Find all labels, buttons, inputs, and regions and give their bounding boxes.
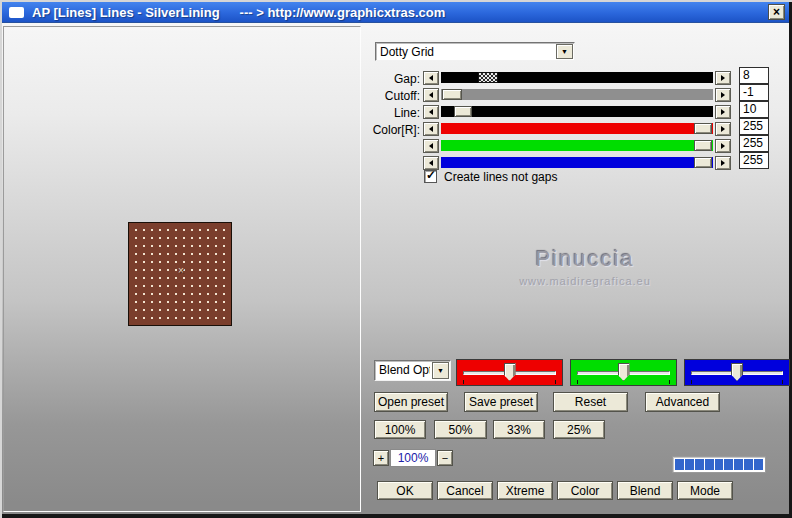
chevron-down-icon: ▼ [437,367,444,374]
slider-row-cutoff: Cutoff: -1 [0,88,792,103]
progress-segment [754,459,763,470]
slider-decrement-button[interactable] [423,122,439,136]
blend-options-dropdown[interactable]: Blend Opti ▼ [374,360,451,381]
slider-increment-button[interactable] [715,88,731,102]
right-arrow-icon [721,75,728,81]
blend-options-button[interactable]: ▼ [432,362,449,379]
slider-label: Line: [348,106,420,120]
slider-label: Cutoff: [348,89,420,103]
reset-button[interactable]: Reset [553,392,628,412]
slider-thumb[interactable] [694,123,712,134]
left-arrow-icon [426,160,433,166]
close-icon: × [773,5,780,19]
right-arrow-icon [721,92,728,98]
right-arrow-icon [721,126,728,132]
zoom-100-button[interactable]: 100% [374,420,426,439]
close-button[interactable]: × [768,4,785,20]
app-icon [9,7,24,18]
ok-button[interactable]: OK [377,481,433,500]
left-arrow-icon [426,109,433,115]
blue-channel-trackbar[interactable] [684,359,790,386]
right-arrow-icon [721,160,728,166]
slider-thumb[interactable] [694,140,712,151]
progress-segment [675,459,684,470]
slider-row-gap: Gap: 8 [0,71,792,86]
window-title: AP [Lines] Lines - SilverLining [32,5,220,20]
trackbar-thumb[interactable] [504,363,516,381]
title-bar[interactable]: AP [Lines] Lines - SilverLining --- > ht… [2,2,789,23]
watermark: Pinuccia www.maidiregrafica.eu [478,246,692,287]
slider-decrement-button[interactable] [423,88,439,102]
progress-segment [685,459,694,470]
right-arrow-icon [721,109,728,115]
slider-increment-button[interactable] [715,139,731,153]
slider-decrement-button[interactable] [423,71,439,85]
check-icon: ✓ [426,168,436,182]
progress-segment [715,459,724,470]
zoom-in-button[interactable]: + [373,450,389,466]
create-lines-label: Create lines not gaps [444,170,557,184]
preset-dropdown-value: Dotty Grid [380,45,554,59]
slider-increment-button[interactable] [715,122,731,136]
red-channel-trackbar[interactable] [456,359,563,386]
preview-swatch[interactable]: × [128,222,232,326]
progress-segment [724,459,733,470]
zoom-25-button[interactable]: 25% [553,420,605,439]
slider-value-input[interactable]: 8 [739,67,769,84]
slider-track[interactable] [441,123,713,134]
slider-decrement-button[interactable] [423,105,439,119]
slider-track[interactable] [441,89,713,100]
create-lines-checkbox[interactable]: ✓ [424,170,437,183]
advanced-button[interactable]: Advanced [645,392,720,412]
create-lines-option[interactable]: ✓ Create lines not gaps [424,169,557,184]
slider-value-input[interactable]: -1 [739,84,769,101]
color-button[interactable]: Color [557,481,613,500]
open-preset-button[interactable]: Open preset [374,392,448,412]
window-title-url: --- > http://www.graphicxtras.com [240,5,446,20]
slider-value-input[interactable]: 255 [739,118,769,135]
slider-increment-button[interactable] [715,71,731,85]
zoom-level-field[interactable]: 100% [390,449,436,467]
green-channel-trackbar[interactable] [570,359,677,386]
save-preset-button[interactable]: Save preset [464,392,538,412]
slider-label: Color[R]: [348,123,420,137]
slider-row-color-b: 255 [0,156,792,171]
slider-value-input[interactable]: 255 [739,152,769,169]
progress-segment [744,459,753,470]
watermark-name: Pinuccia [478,246,692,272]
progress-segment [734,459,743,470]
left-arrow-icon [426,92,433,98]
slider-label: Gap: [348,72,420,86]
zoom-50-button[interactable]: 50% [434,420,487,439]
preset-dropdown-button[interactable]: ▼ [556,44,573,59]
progress-segment [695,459,704,470]
slider-value-input[interactable]: 10 [739,101,769,118]
slider-increment-button[interactable] [715,105,731,119]
right-arrow-icon [721,143,728,149]
mode-button[interactable]: Mode [677,481,733,500]
trackbar-thumb[interactable] [731,363,743,381]
left-arrow-icon [426,143,433,149]
slider-value-input[interactable]: 255 [739,135,769,152]
progress-bar [672,456,766,473]
slider-decrement-button[interactable] [423,139,439,153]
preset-dropdown[interactable]: Dotty Grid ▼ [375,42,575,61]
chevron-down-icon: ▼ [561,48,568,55]
cancel-button[interactable]: Cancel [437,481,493,500]
zoom-out-button[interactable]: − [437,450,453,466]
xtreme-button[interactable]: Xtreme [497,481,553,500]
slider-increment-button[interactable] [715,156,731,170]
slider-thumb[interactable] [454,106,472,117]
trackbar-thumb[interactable] [618,363,630,381]
slider-track[interactable] [441,106,713,117]
slider-thumb[interactable] [442,89,462,100]
slider-row-line: Line: 10 [0,105,792,120]
slider-thumb[interactable] [478,72,498,83]
slider-thumb[interactable] [694,157,712,168]
blend-button[interactable]: Blend [617,481,673,500]
slider-track[interactable] [441,72,713,83]
zoom-33-button[interactable]: 33% [493,420,545,439]
slider-track[interactable] [441,157,713,168]
slider-row-color-r: Color[R]: 255 [0,122,792,137]
slider-track[interactable] [441,140,713,151]
